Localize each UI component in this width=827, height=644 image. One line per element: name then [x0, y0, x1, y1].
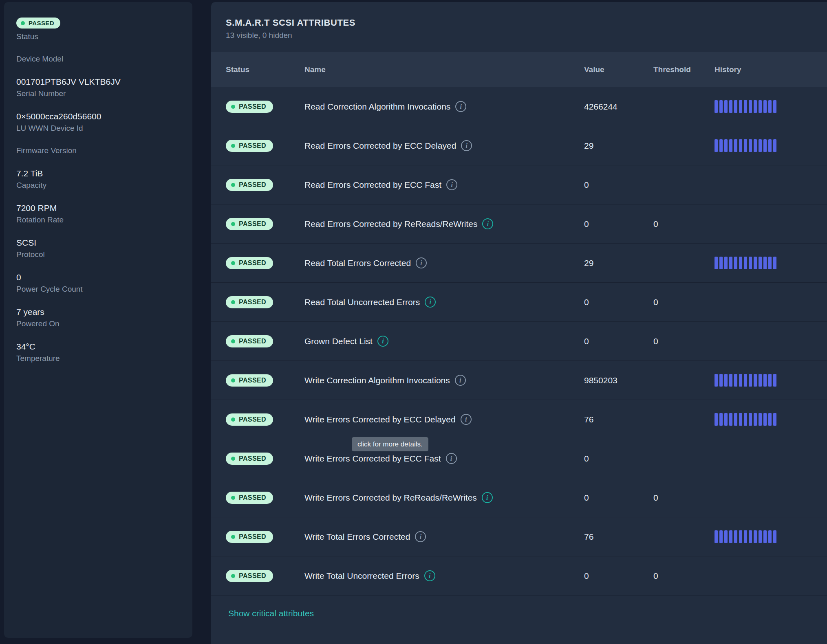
history-bar [739, 100, 742, 113]
history-bar [734, 413, 737, 426]
name-cell: Write Correction Algorithm Invocationsi [304, 375, 584, 386]
device-info-label: Status [16, 31, 180, 42]
attribute-row[interactable]: PASSEDRead Correction Algorithm Invocati… [211, 87, 827, 126]
attribute-row[interactable]: PASSEDRead Total Uncorrected Errorsi00 [211, 283, 827, 322]
status-dot-icon [231, 300, 235, 304]
history-sparkline[interactable] [715, 100, 812, 113]
status-dot-icon [231, 261, 235, 265]
history-bar [744, 530, 747, 543]
device-info-power-cycle-count: 0Power Cycle Count [16, 271, 180, 295]
status-badge-label: PASSED [239, 495, 266, 501]
attribute-row[interactable]: PASSEDRead Total Errors Correctedi29 [211, 244, 827, 283]
status-badge: PASSED [226, 531, 273, 543]
attribute-name: Write Errors Corrected by ECC Delayed [304, 415, 456, 424]
status-cell: PASSED [226, 492, 304, 504]
history-bar [729, 139, 732, 152]
attribute-row[interactable]: PASSEDWrite Errors Corrected by ECC Dela… [211, 400, 827, 439]
history-bar [724, 257, 728, 269]
info-icon[interactable]: i [461, 140, 472, 151]
history-bar [719, 413, 723, 426]
info-icon[interactable]: i [455, 101, 466, 112]
history-bar [749, 530, 752, 543]
info-icon[interactable]: i [446, 453, 457, 464]
device-info-powered-on: 7 yearsPowered On [16, 306, 180, 330]
device-info-protocol: SCSIProtocol [16, 237, 180, 260]
status-badge: PASSED [226, 413, 273, 426]
attribute-name: Write Total Errors Corrected [304, 532, 410, 542]
attribute-row[interactable]: PASSEDWrite Correction Algorithm Invocat… [211, 361, 827, 400]
attribute-row[interactable]: PASSEDRead Errors Corrected by ReReads/R… [211, 204, 827, 244]
status-dot-icon [231, 339, 235, 343]
device-info-label: Powered On [16, 318, 180, 330]
attribute-threshold: 0 [653, 297, 715, 307]
attribute-value: 0 [584, 180, 653, 190]
attribute-value: 0 [584, 571, 653, 581]
attribute-value: 0 [584, 219, 653, 229]
history-bar [744, 413, 747, 426]
status-cell: PASSED [226, 296, 304, 308]
info-icon[interactable]: i [416, 257, 427, 268]
attribute-value: 29 [584, 141, 653, 151]
history-bar [724, 413, 728, 426]
attribute-row[interactable]: PASSEDRead Errors Corrected by ECC Delay… [211, 126, 827, 165]
device-info-value: 7 years [16, 306, 180, 318]
history-sparkline[interactable] [715, 374, 812, 387]
attribute-row[interactable]: PASSEDWrite Total Uncorrected Errorsi00 [211, 556, 827, 596]
column-header-value: Value [584, 65, 653, 74]
attribute-name: Grown Defect List [304, 336, 373, 346]
info-icon[interactable]: i [415, 531, 426, 542]
name-cell: Read Total Uncorrected Errorsi [304, 297, 584, 308]
history-bar [768, 257, 772, 269]
history-sparkline[interactable] [715, 257, 812, 269]
attribute-row[interactable]: PASSEDGrown Defect Listi00 [211, 322, 827, 361]
history-bar [754, 100, 757, 113]
history-bar [754, 413, 757, 426]
attribute-value: 0 [584, 297, 653, 307]
attribute-name: Read Total Errors Corrected [304, 258, 411, 268]
name-cell: Grown Defect Listi [304, 336, 584, 347]
attribute-name: Read Errors Corrected by ECC Delayed [304, 141, 456, 151]
history-sparkline[interactable] [715, 530, 812, 543]
status-badge: PASSED [226, 257, 273, 269]
history-bar [768, 139, 772, 152]
history-sparkline[interactable] [715, 139, 812, 152]
show-critical-attributes-link[interactable]: Show critical attributes [228, 609, 314, 618]
history-bar [734, 100, 737, 113]
table-header-row: StatusNameValueThresholdHistory [211, 52, 827, 87]
name-cell: Read Total Errors Correctedi [304, 257, 584, 268]
status-cell: PASSED [226, 413, 304, 426]
status-badge: PASSED [226, 140, 273, 152]
panel-subtitle: 13 visible, 0 hidden [226, 31, 812, 40]
attribute-row[interactable]: PASSEDWrite Errors Corrected by ReReads/… [211, 478, 827, 517]
history-bar [749, 139, 752, 152]
info-icon[interactable]: i [425, 297, 436, 308]
status-cell: PASSED [226, 531, 304, 543]
status-badge-label: PASSED [239, 299, 266, 306]
history-bar [763, 413, 767, 426]
info-icon[interactable]: i [377, 336, 388, 347]
info-icon[interactable]: i [455, 375, 466, 386]
info-icon[interactable]: i [446, 179, 457, 190]
info-icon[interactable]: i [461, 414, 472, 425]
status-badge-label: PASSED [239, 416, 266, 423]
device-info-value: 34°C [16, 341, 180, 353]
status-cell: PASSED [226, 453, 304, 465]
attribute-value: 0 [584, 336, 653, 346]
history-bar [773, 374, 776, 387]
attribute-row[interactable]: PASSEDWrite Errors Corrected by ECC Fast… [211, 439, 827, 478]
status-badge-label: PASSED [239, 182, 266, 188]
info-icon[interactable]: i [482, 218, 493, 229]
history-bar [715, 530, 718, 543]
history-bar [773, 530, 776, 543]
status-dot-icon [231, 535, 235, 539]
history-sparkline[interactable] [715, 413, 812, 426]
attribute-row[interactable]: PASSEDWrite Total Errors Correctedi76 [211, 517, 827, 556]
info-icon[interactable]: i [482, 492, 493, 503]
device-summary-card: PASSED Status Device Model001701PTB6JV V… [4, 2, 192, 638]
device-info-label: Temperature [16, 353, 180, 364]
attribute-name: Write Errors Corrected by ECC Fast [304, 454, 441, 464]
attribute-row[interactable]: PASSEDRead Errors Corrected by ECC Fasti… [211, 165, 827, 204]
info-icon[interactable]: i [424, 570, 435, 581]
status-badge: PASSED [226, 179, 273, 191]
history-bar [724, 530, 728, 543]
